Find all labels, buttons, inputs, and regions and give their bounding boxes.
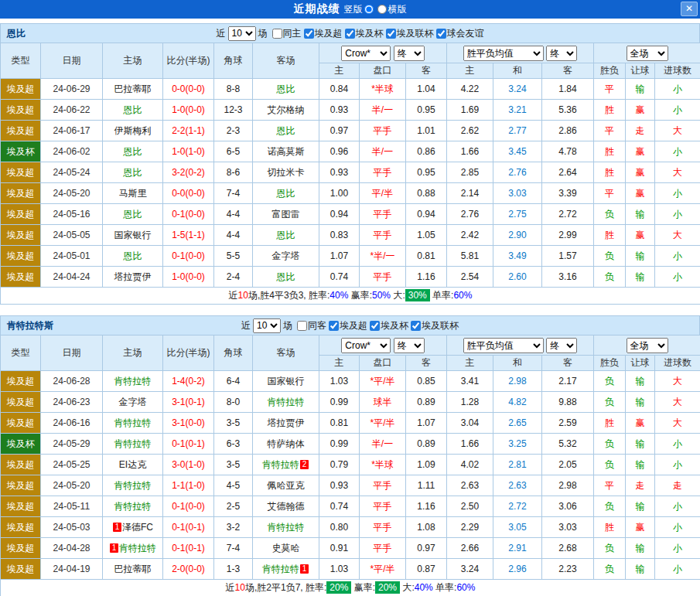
away-odds: 1.16 — [406, 496, 447, 517]
checkbox-input[interactable] — [370, 321, 380, 331]
match-score: 0-1(0-1) — [163, 517, 214, 538]
home-odds: 0.93 — [319, 162, 360, 183]
match-date: 24-05-16 — [41, 204, 103, 225]
filter-checkbox[interactable]: 同客 — [297, 319, 326, 332]
europe-home-odds: 2.63 — [447, 475, 493, 496]
europe-home-odds: 1.28 — [447, 392, 493, 413]
home-odds: 0.83 — [319, 225, 360, 246]
checkbox-input[interactable] — [297, 321, 307, 331]
match-row: 埃及超24-05-20肯特拉特1-1(1-0)4-5佩哈亚克0.93平手1.11… — [1, 475, 700, 496]
checkbox-input[interactable] — [304, 29, 314, 39]
odds-period-select[interactable]: 终 — [394, 338, 425, 353]
home-team: 马斯里 — [103, 183, 163, 204]
result-goals: 走 — [655, 475, 700, 496]
team-text: 肯特拉特 — [114, 417, 152, 428]
home-odds: 0.96 — [319, 141, 360, 162]
result-outcome: 负 — [594, 392, 626, 413]
checkbox-input[interactable] — [436, 29, 446, 39]
checkbox-input[interactable] — [386, 29, 396, 39]
away-odds: 0.85 — [406, 371, 447, 392]
summary-segment: 场,胜4平3负3, 胜率: — [248, 290, 330, 301]
europe-odds-select[interactable]: 胜平负均值 — [463, 46, 544, 61]
league-badge: 埃及超 — [1, 517, 41, 538]
titlebar: 近期战绩 竖版 横版 ✕ — [0, 0, 700, 19]
odds-period-select[interactable]: 终 — [394, 46, 425, 61]
filter-checkbox[interactable]: 埃及联杯 — [411, 319, 459, 332]
match-score: 1-0(0-0) — [163, 267, 214, 288]
home-team: 国家银行 — [103, 225, 163, 246]
handicap: 平手 — [360, 162, 406, 183]
team-text: 切拉米卡 — [268, 167, 305, 178]
filter-checkbox[interactable]: 埃及超 — [304, 27, 343, 40]
layout-option-vertical[interactable]: 竖版 — [344, 3, 374, 16]
team-text: 恩比 — [277, 125, 295, 136]
odds-company-select[interactable]: Crow* — [341, 46, 391, 61]
summary-segment: 40% — [330, 290, 348, 301]
match-row: 埃及超24-06-23金字塔3-1(0-1)8-0肯特拉特0.99球半0.891… — [1, 392, 700, 413]
layout-option-horizontal[interactable]: 横版 — [377, 3, 407, 16]
recent-count-select[interactable]: 10 — [228, 26, 256, 41]
checkbox-label: 同主 — [283, 27, 302, 40]
summary-row: 近10场,胜2平1负7, 胜率:20% 赢率:20% 大:40% 单率:60% — [1, 580, 700, 596]
team-text: 塔拉贾伊 — [114, 271, 152, 282]
checkbox-input[interactable] — [345, 29, 355, 39]
filter-checkbox[interactable]: 埃及超 — [329, 319, 367, 332]
checkbox-input[interactable] — [411, 321, 421, 331]
europe-away-odds: 2.72 — [542, 204, 594, 225]
handicap: 平/半 — [360, 183, 406, 204]
team-text: 巴拉蒂耶 — [114, 564, 152, 574]
result-goals: 小 — [655, 267, 700, 288]
checkbox-input[interactable] — [272, 29, 282, 39]
europe-home-odds: 1.66 — [447, 434, 493, 455]
europe-away-odds: 3.06 — [542, 496, 594, 517]
filter-checkbox[interactable]: 球会友谊 — [436, 27, 484, 40]
odds-select-group: Crow* 终 — [319, 43, 447, 63]
result-goals: 大 — [655, 162, 700, 183]
checkbox-input[interactable] — [329, 321, 339, 331]
team-text: 艾德翰德 — [268, 501, 305, 512]
europe-draw-odds: 3.05 — [493, 517, 542, 538]
europe-draw-odds: 3.03 — [493, 183, 542, 204]
away-odds: 1.08 — [406, 517, 447, 538]
checkbox-label: 埃及联杯 — [397, 27, 434, 40]
europe-draw-odds: 2.60 — [493, 267, 542, 288]
result-handicap: 赢 — [626, 162, 655, 183]
scope-select[interactable]: 全场 — [627, 46, 668, 61]
result-handicap: 输 — [626, 559, 655, 580]
horizontal-radio[interactable] — [377, 5, 387, 14]
match-row: 埃及超24-06-17伊斯梅利2-2(1-1)2-3恩比0.97平手1.012.… — [1, 121, 700, 141]
filter-checkbox[interactable]: 埃及联杯 — [386, 27, 434, 40]
recent-count-select[interactable]: 10 — [253, 318, 281, 333]
vertical-radio[interactable] — [364, 5, 374, 14]
col-date: 日期 — [41, 43, 103, 79]
europe-select-group: 胜平负均值 终 — [447, 43, 594, 63]
team-text: 恩比 — [277, 83, 295, 94]
europe-draw-odds: 3.49 — [493, 246, 542, 267]
odds-company-select[interactable]: Crow* — [341, 338, 391, 353]
match-date: 24-06-17 — [41, 121, 103, 141]
match-score: 3-1(0-0) — [163, 413, 214, 434]
away-team: 肯特拉特2 — [253, 455, 319, 475]
europe-period-select[interactable]: 终 — [546, 338, 577, 353]
home-team: EI达克 — [103, 455, 163, 475]
close-button[interactable]: ✕ — [681, 2, 698, 16]
away-team: 富图雷 — [253, 204, 319, 225]
col-home-odds: 主 — [319, 63, 360, 79]
filter-checkbox[interactable]: 埃及杯 — [370, 319, 408, 332]
handicap: *平/半 — [360, 371, 406, 392]
team-text: 诺高莫斯 — [268, 146, 305, 157]
europe-odds-select[interactable]: 胜平负均值 — [463, 338, 544, 353]
checkbox-label: 球会友谊 — [447, 27, 484, 40]
match-date: 24-05-20 — [41, 183, 103, 204]
filter-checkbox[interactable]: 埃及杯 — [345, 27, 384, 40]
result-handicap: 赢 — [626, 517, 655, 538]
league-badge: 埃及超 — [1, 475, 41, 496]
home-team: 塔拉贾伊 — [103, 267, 163, 288]
summary-segment: 场,胜2平1负7, 胜率: — [245, 582, 326, 593]
scope-select[interactable]: 全场 — [627, 338, 668, 353]
match-score: 2-0(0-0) — [163, 559, 214, 580]
match-row: 埃及超24-05-16恩比0-1(0-0)4-4富图雷0.94平手0.942.7… — [1, 204, 700, 225]
filter-checkbox[interactable]: 同主 — [272, 27, 302, 40]
result-handicap: 输 — [626, 392, 655, 413]
europe-period-select[interactable]: 终 — [546, 46, 577, 61]
